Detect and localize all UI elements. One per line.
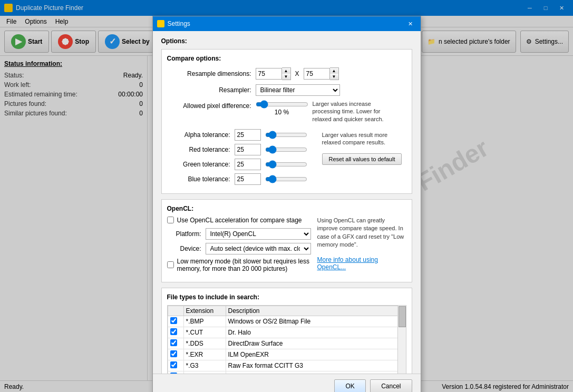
file-desc-cell: Raw Fax format CCITT G3: [226, 360, 405, 371]
blue-label: Blue tolerance:: [167, 175, 230, 183]
device-select[interactable]: Auto select (device with max. clock freq…: [206, 243, 311, 254]
resample-width-down[interactable]: ▼: [282, 74, 290, 80]
red-slider[interactable]: [265, 145, 307, 154]
resampler-select[interactable]: Bilinear filter Nearest neighbor Bicubic: [256, 84, 340, 96]
x-separator: X: [295, 70, 299, 77]
opencl-checkbox-label[interactable]: Use OpenCL acceleration for compare stag…: [177, 217, 302, 224]
green-slider[interactable]: [265, 160, 307, 169]
pixel-diff-hint: Larger values increase processing time. …: [313, 100, 397, 123]
red-input[interactable]: [235, 144, 261, 155]
options-label: Options:: [161, 37, 412, 45]
ok-button[interactable]: OK: [334, 379, 366, 392]
pixel-diff-row: Allowed pixel difference: 10 % Larger va…: [167, 100, 406, 123]
resampler-label: Resampler:: [167, 86, 251, 94]
blue-input[interactable]: [235, 173, 261, 185]
compare-options-title: Compare options:: [167, 55, 406, 62]
tolerance-hint: Larger values result more relaxed compar…: [322, 132, 388, 145]
alpha-slider[interactable]: [265, 131, 307, 139]
file-types-scroll[interactable]: Extension Description *.BMP Windows or O…: [168, 306, 406, 374]
resample-height-input: ▲ ▼: [304, 67, 339, 80]
file-checkbox-cell: [168, 360, 183, 371]
file-type-row: *.BMP Windows or OS/2 Bitmap File: [168, 316, 405, 327]
platform-row: Platform: Intel(R) OpenCL: [167, 228, 311, 240]
blue-row: Blue tolerance:: [167, 173, 316, 185]
file-checkbox-1[interactable]: [170, 328, 177, 335]
low-memory-row: Low memory mode (bit slower but requires…: [167, 258, 311, 272]
file-desc-cell: ILM OpenEXR: [226, 349, 405, 360]
resample-width-input: ▲ ▼: [256, 67, 291, 80]
file-types-wrapper: Extension Description *.BMP Windows or O…: [167, 305, 406, 374]
green-row: Green tolerance:: [167, 159, 316, 170]
cancel-button[interactable]: Cancel: [370, 379, 412, 392]
scrollbar-thumb[interactable]: [399, 306, 406, 327]
opencl-two-col: Use OpenCL acceleration for compare stag…: [167, 217, 406, 277]
red-label: Red tolerance:: [167, 146, 230, 153]
pixel-diff-slider[interactable]: [256, 100, 308, 109]
file-types-table: Extension Description *.BMP Windows or O…: [168, 306, 406, 374]
file-type-row: *.CUT Dr. Halo: [168, 327, 405, 338]
opencl-description: Using OpenCL can greatly improve compare…: [317, 217, 406, 249]
pixel-diff-slider-container: 10 %: [256, 100, 308, 116]
compare-options-section: Compare options: Resample dimensions: ▲ …: [161, 49, 412, 194]
file-type-row: *.EXR ILM OpenEXR: [168, 349, 405, 360]
resample-height-down[interactable]: ▼: [330, 74, 338, 80]
tolerance-left: Alpha tolerance: Red tolerance: Gr: [167, 129, 316, 188]
file-ext-cell: *.G3: [183, 360, 226, 371]
platform-select[interactable]: Intel(R) OpenCL: [206, 228, 311, 240]
file-types-title: File types to include in search:: [167, 293, 406, 301]
file-ext-cell: *.BMP: [183, 316, 226, 327]
opencl-left: Use OpenCL acceleration for compare stag…: [167, 217, 311, 277]
file-type-row: *.DDS DirectDraw Surface: [168, 338, 405, 349]
green-label: Green tolerance:: [167, 161, 230, 168]
file-checkbox-5[interactable]: [170, 373, 177, 374]
low-memory-label[interactable]: Low memory mode (bit slower but requires…: [177, 258, 311, 272]
file-desc-cell: DirectDraw Surface: [226, 338, 405, 349]
red-row: Red tolerance:: [167, 144, 316, 155]
file-desc-cell: Graphics Interchange Format: [226, 371, 405, 374]
device-label: Device:: [167, 245, 201, 252]
file-checkbox-cell: [168, 371, 183, 374]
file-checkbox-3[interactable]: [170, 350, 177, 357]
scrollbar-track[interactable]: [397, 306, 406, 374]
resample-height-field[interactable]: [304, 68, 330, 80]
dialog-footer: OK Cancel: [153, 374, 421, 392]
file-checkbox-4[interactable]: [170, 361, 177, 368]
file-checkbox-0[interactable]: [170, 317, 177, 324]
dialog-title: Settings: [168, 20, 190, 27]
file-desc-cell: Dr. Halo: [226, 327, 405, 338]
modal-overlay: Settings ✕ Options: Compare options: Res…: [0, 0, 573, 392]
dialog-title-bar: Settings ✕: [153, 16, 421, 31]
resampler-row: Resampler: Bilinear filter Nearest neigh…: [167, 84, 406, 96]
blue-slider[interactable]: [265, 175, 307, 183]
file-ext-cell: *.GIF: [183, 371, 226, 374]
resample-width-field[interactable]: [256, 68, 282, 80]
alpha-input[interactable]: [235, 129, 261, 141]
tolerance-right: Larger values result more relaxed compar…: [322, 129, 406, 165]
file-checkbox-cell: [168, 338, 183, 349]
alpha-label: Alpha tolerance:: [167, 131, 230, 139]
opencl-more-info-link[interactable]: More info about using OpenCL...: [317, 256, 378, 271]
settings-dialog: Settings ✕ Options: Compare options: Res…: [152, 16, 421, 392]
opencl-title: OpenCL:: [167, 205, 406, 212]
reset-button[interactable]: Reset all values to default: [322, 153, 402, 165]
dialog-title-left: Settings: [157, 20, 190, 27]
col-extension-header: Extension: [183, 306, 226, 316]
file-type-row: *.G3 Raw Fax format CCITT G3: [168, 360, 405, 371]
resample-height-up[interactable]: ▲: [330, 68, 338, 74]
file-types-section: File types to include in search: Extensi…: [161, 288, 412, 374]
file-checkbox-cell: [168, 327, 183, 338]
low-memory-checkbox[interactable]: [167, 261, 174, 268]
opencl-checkbox[interactable]: [167, 217, 174, 223]
file-checkbox-cell: [168, 316, 183, 327]
device-row: Device: Auto select (device with max. cl…: [167, 243, 311, 254]
green-input[interactable]: [235, 159, 261, 170]
resample-width-up[interactable]: ▲: [282, 68, 290, 74]
col-description-header: Description: [226, 306, 405, 316]
tolerance-section: Alpha tolerance: Red tolerance: Gr: [167, 129, 406, 188]
col-checkbox-header: [168, 306, 183, 316]
dialog-close-button[interactable]: ✕: [405, 19, 416, 28]
file-checkbox-2[interactable]: [170, 339, 177, 346]
resample-height-spinner: ▲ ▼: [330, 67, 339, 80]
pixel-diff-value: 10 %: [256, 109, 308, 116]
resample-row: Resample dimensions: ▲ ▼ X ▲ ▼: [167, 67, 406, 80]
